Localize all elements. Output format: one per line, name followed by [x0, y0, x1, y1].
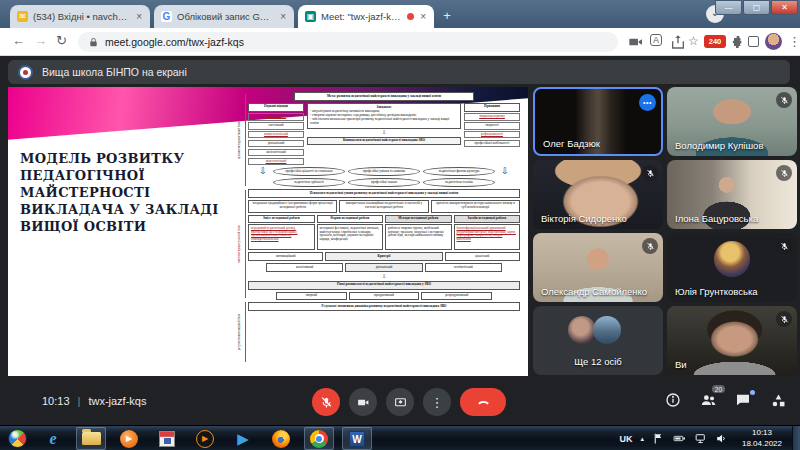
- column-body: робота в творчих групах, мобільний коучи…: [385, 224, 452, 250]
- approach-item: акмеологічний: [248, 158, 304, 166]
- level: репродуктивний: [421, 292, 492, 301]
- windows-orb-icon: [8, 429, 27, 448]
- file-explorer-icon[interactable]: [76, 427, 106, 450]
- action-center-flag-icon[interactable]: [652, 432, 665, 445]
- meeting-details-info-icon[interactable]: [665, 392, 683, 410]
- avatar: [714, 241, 750, 277]
- presenting-banner: Вища школа БІНПО на екрані: [8, 60, 790, 84]
- shared-presentation[interactable]: МОДЕЛЬ РОЗВИТКУ ПЕДАГОГІЧНОЇ МАЙСТЕРНОСТ…: [8, 87, 528, 376]
- more-participants-tile[interactable]: Ще 12 осіб: [533, 306, 663, 375]
- browser-toolbar: ← → ↻ meet.google.com/twx-jazf-kqs A ☆ 2…: [0, 28, 800, 56]
- mic-off-icon: [776, 92, 792, 108]
- new-tab-button[interactable]: +: [438, 7, 456, 25]
- participant-tile[interactable]: ••• Олег Бадзюк: [533, 87, 663, 156]
- mic-off-icon: [776, 238, 792, 254]
- minimize-button[interactable]: —: [715, 0, 742, 15]
- firefox-icon[interactable]: [266, 427, 296, 450]
- recording-indicator-icon: [407, 13, 414, 20]
- present-screen-button[interactable]: [386, 388, 414, 416]
- participant-tile[interactable]: Олександр Самойленко: [533, 233, 663, 302]
- video-player-icon[interactable]: ▶: [228, 427, 258, 450]
- principle-item: людиноцентризму: [464, 113, 520, 121]
- show-desktop-button[interactable]: [792, 426, 800, 450]
- share-icon[interactable]: [670, 34, 686, 50]
- approach-item: аксіологічний: [248, 149, 304, 157]
- side-panel-icon[interactable]: [748, 36, 759, 47]
- tab-title: Обліковий запис Google: [177, 11, 274, 22]
- block-label: цільово-методологічний блок: [238, 94, 246, 186]
- method-columns: Зміст методичної роботи передовий педаго…: [248, 215, 520, 251]
- mic-mute-button[interactable]: [312, 388, 340, 416]
- maximize-button[interactable]: ▢: [743, 0, 770, 15]
- mic-off-icon: [776, 311, 792, 327]
- audio-player-icon[interactable]: ▶: [190, 427, 220, 450]
- tab-mail[interactable]: ✉ (534) Вхідні • navchviddil@ukr.n ×: [10, 5, 150, 28]
- criterion: особистісний: [425, 263, 502, 272]
- participant-tile[interactable]: Вікторія Сидоренко: [533, 160, 663, 229]
- forward-button[interactable]: →: [34, 33, 47, 48]
- profile-avatar[interactable]: [765, 33, 782, 50]
- internet-explorer-icon[interactable]: e: [38, 427, 68, 450]
- battery-icon[interactable]: [673, 432, 686, 445]
- camera-button[interactable]: [349, 388, 377, 416]
- windows-taskbar: e ▶ ▶ ▶ W UK ▴ 10:13 18.04.2022: [0, 425, 800, 450]
- start-button[interactable]: [2, 427, 32, 450]
- activities-button[interactable]: [770, 392, 788, 410]
- google-favicon-icon: G: [161, 11, 172, 22]
- self-tile[interactable]: Ви: [667, 306, 797, 375]
- tile-menu-button[interactable]: •••: [639, 94, 656, 111]
- participants-button[interactable]: 20: [700, 392, 718, 410]
- more-options-button[interactable]: ⋮: [423, 388, 451, 416]
- translate-icon[interactable]: A: [650, 34, 662, 46]
- divider: |: [78, 395, 81, 407]
- participant-tile[interactable]: Юлія Грунтковська: [667, 233, 797, 302]
- network-icon[interactable]: [694, 432, 707, 445]
- tab-close-icon[interactable]: ×: [279, 11, 287, 22]
- participant-name: Олег Бадзюк: [543, 138, 600, 149]
- camera-in-use-icon[interactable]: [628, 34, 644, 50]
- back-button[interactable]: ←: [12, 33, 25, 48]
- tab-google-account[interactable]: G Обліковий запис Google ×: [154, 5, 294, 28]
- language-indicator[interactable]: UK: [619, 434, 632, 444]
- reload-button[interactable]: ↻: [56, 33, 67, 48]
- bookmark-star-icon[interactable]: ☆: [688, 34, 704, 50]
- column-title: Засоби методичної роботи: [454, 215, 521, 224]
- tab-close-icon[interactable]: ×: [135, 11, 143, 22]
- big-down-arrow-icon: ⇩: [498, 167, 512, 176]
- chat-button[interactable]: [735, 392, 753, 410]
- tray-clock[interactable]: 10:13 18.04.2022: [736, 428, 788, 449]
- volume-icon[interactable]: [715, 432, 728, 445]
- media-player-icon[interactable]: ▶: [114, 427, 144, 450]
- floppy-app-icon[interactable]: [152, 427, 182, 450]
- end-call-button[interactable]: [460, 388, 506, 416]
- tab-strip: ✉ (534) Вхідні • navchviddil@ukr.n × G О…: [0, 0, 800, 28]
- chrome-icon[interactable]: [304, 427, 334, 450]
- presenting-banner-text: Вища школа БІНПО на екрані: [42, 66, 187, 78]
- participant-name: Ілона Бацуровська: [675, 213, 758, 224]
- column-body: багатофункціональний друкований роздатко…: [454, 224, 521, 250]
- tab-title: (534) Вхідні • navchviddil@ukr.n: [33, 11, 130, 22]
- column-title: Методи методичної роботи: [385, 215, 452, 224]
- address-bar[interactable]: meet.google.com/twx-jazf-kqs: [78, 32, 618, 52]
- close-window-button[interactable]: ✕: [771, 0, 798, 15]
- tab-meet-active[interactable]: ▣ Meet: "twx-jazf-kqs" ×: [298, 5, 434, 28]
- meeting-time: 10:13: [42, 395, 70, 407]
- lock-icon: [88, 37, 99, 48]
- component-oval: професійні цінності та ставлення: [273, 167, 345, 176]
- browser-menu-icon[interactable]: ⋮: [788, 34, 800, 50]
- word-icon[interactable]: W: [342, 427, 372, 450]
- principle-item: творчості: [464, 122, 520, 130]
- avatar: [593, 316, 621, 344]
- model-diagram: цільово-методологічний блок змістово-про…: [238, 92, 520, 372]
- extensions-puzzle-icon[interactable]: [730, 34, 746, 50]
- participant-tile[interactable]: Володимир Кулішов: [667, 87, 797, 156]
- participant-tile[interactable]: Ілона Бацуровська: [667, 160, 797, 229]
- level: продуктивний: [349, 292, 420, 301]
- window-controls: — ▢ ✕: [714, 0, 798, 15]
- adblock-extension-badge[interactable]: 240: [704, 35, 726, 48]
- component-oval: педагогічна техніка: [423, 178, 495, 187]
- participants-count-badge: 20: [712, 385, 725, 393]
- hidden-icons-chevron-icon[interactable]: ▴: [640, 435, 644, 443]
- system-tray: UK ▴ 10:13 18.04.2022: [619, 426, 788, 450]
- tab-close-icon[interactable]: ×: [419, 11, 427, 22]
